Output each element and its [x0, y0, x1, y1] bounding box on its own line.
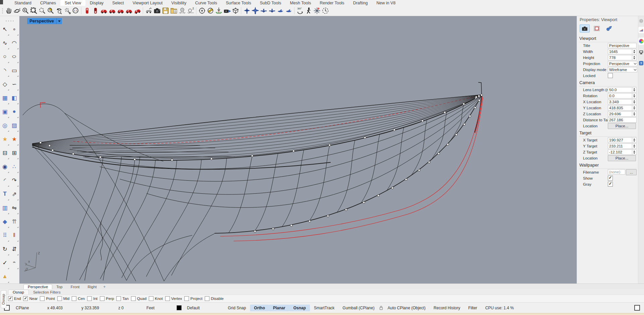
rotation-field[interactable]: 0.0 — [608, 93, 632, 99]
menu-tab-visibility[interactable]: Visibility — [167, 0, 191, 6]
projection-field[interactable]: Perspective — [608, 61, 637, 66]
set-view-bottom-icon[interactable] — [91, 6, 100, 15]
menu-tab-surface-tools[interactable]: Surface Tools — [221, 0, 256, 6]
osnap-checkbox-tan[interactable] — [116, 296, 121, 301]
solid-tools-icon[interactable]: ◆ — [1, 215, 9, 228]
osnap-option-end[interactable]: ✓End — [8, 296, 21, 301]
control-point[interactable] — [480, 94, 482, 96]
two-point-perspective-icon[interactable]: 2 — [186, 6, 195, 15]
orbit-around-target-icon[interactable] — [206, 6, 214, 15]
lens-length-mm-field[interactable]: 50.0 — [608, 87, 632, 92]
set-view-sphere-icon[interactable] — [178, 6, 186, 15]
osnap-checkbox-project[interactable] — [184, 296, 189, 301]
units-button[interactable]: Feet — [142, 305, 172, 311]
mirror-icon[interactable]: ⇋ — [10, 201, 19, 214]
toolbar-grip[interactable] — [0, 20, 19, 21]
blend-curve-icon[interactable]: ↷ — [10, 174, 19, 187]
plane-right-view-icon[interactable] — [284, 6, 293, 15]
panel-gear-icon[interactable] — [638, 19, 644, 23]
set-view-back-icon[interactable] — [108, 6, 116, 15]
control-point[interactable] — [251, 155, 253, 157]
pan-view-icon[interactable] — [4, 6, 13, 15]
point-icon[interactable]: ∘ — [10, 22, 19, 36]
viewport-tab-front[interactable]: Front — [67, 285, 84, 289]
x-location-field[interactable]: 3.349 — [608, 99, 632, 105]
control-point[interactable] — [49, 144, 51, 146]
plane-bottom-view-icon[interactable] — [251, 6, 259, 15]
control-point[interactable] — [293, 150, 295, 152]
control-point[interactable] — [254, 230, 256, 232]
osnap-checkbox-quad[interactable] — [131, 296, 136, 301]
osnap-checkbox-point[interactable] — [40, 296, 45, 301]
sweep-surface-icon[interactable]: ▨ — [10, 119, 19, 132]
menu-tab-select[interactable]: Select — [108, 0, 128, 6]
undo-view-change-icon[interactable] — [55, 6, 63, 15]
show-checkbox[interactable]: ✓ — [608, 176, 613, 181]
locked-checkbox[interactable] — [608, 73, 613, 78]
status-pane-smarttrack[interactable]: SmartTrack — [310, 305, 339, 311]
ellipse-icon[interactable]: ○ — [10, 50, 19, 63]
menu-tab-viewport-layout[interactable]: Viewport Layout — [128, 0, 167, 6]
menu-tab-mesh-tools[interactable]: Mesh Tools — [285, 0, 315, 6]
osnap-checkbox-int[interactable] — [87, 296, 92, 301]
control-point[interactable] — [99, 156, 101, 158]
viewport-layout-icon[interactable] — [170, 6, 178, 15]
layer-button[interactable]: Default — [183, 305, 204, 311]
control-point[interactable] — [393, 129, 395, 131]
control-point[interactable] — [469, 115, 471, 117]
check-select-icon[interactable]: ✓ — [1, 256, 9, 269]
y-target-field[interactable]: 233.211 — [608, 143, 632, 149]
control-point[interactable] — [438, 152, 440, 154]
auto-cplane-toggle[interactable]: Auto CPlane (Object) — [384, 305, 430, 311]
spin-view-icon[interactable] — [313, 6, 321, 15]
menu-tab-display[interactable]: Display — [85, 0, 108, 6]
menu-tab-render-tools[interactable]: Render Tools — [315, 0, 348, 6]
z-location-field[interactable]: 29.696 — [608, 111, 632, 117]
status-pane-grid-snap[interactable]: Grid Snap — [224, 305, 250, 311]
place-camera-icon[interactable] — [214, 6, 223, 15]
y-location-spinner[interactable] — [632, 105, 637, 111]
surface-3point-icon[interactable]: ▦ — [1, 91, 9, 105]
gray-checkbox[interactable]: ✓ — [608, 182, 613, 187]
osnap-checkbox-end[interactable]: ✓ — [8, 296, 13, 301]
save-named-view-icon[interactable] — [161, 6, 170, 15]
plane-front-view-icon[interactable] — [259, 6, 268, 15]
select-pointer-icon[interactable]: ↖ — [1, 22, 9, 36]
plane-back-view-icon[interactable] — [268, 6, 276, 15]
named-view-icon[interactable] — [144, 6, 153, 15]
copy-icon[interactable]: ▥ — [1, 201, 9, 214]
torus-icon[interactable]: ◎ — [1, 119, 9, 132]
toolbar-grip-handle[interactable] — [2, 8, 3, 13]
osnap-checkbox-vertex[interactable] — [165, 296, 170, 301]
menu-tab-set-view[interactable]: Set View — [60, 0, 85, 6]
control-point[interactable] — [428, 161, 430, 163]
zoom-window-icon[interactable] — [29, 6, 38, 15]
control-point[interactable] — [478, 95, 480, 97]
viewport-frame-properties-icon[interactable] — [592, 24, 602, 33]
control-point[interactable] — [447, 143, 449, 145]
set-view-top-icon[interactable] — [83, 6, 91, 15]
bottom-tab-selection-filters[interactable]: Selection Filters — [29, 290, 65, 295]
height-spinner[interactable] — [632, 55, 637, 60]
viewport-properties-tab-icon[interactable] — [580, 24, 590, 33]
location-place-button[interactable]: Place... — [608, 123, 636, 129]
control-point[interactable] — [478, 99, 480, 101]
view-rotation-clock-icon[interactable] — [321, 6, 329, 15]
osnap-option-quad[interactable]: Quad — [131, 296, 146, 301]
set-view-left-icon[interactable] — [116, 6, 125, 15]
control-point[interactable] — [463, 103, 465, 105]
osnap-option-disable[interactable]: Disable — [205, 296, 223, 301]
viewport-tab-perspective[interactable]: Perspective — [23, 284, 52, 289]
zoom-1to1-icon[interactable]: 1:1 — [71, 6, 80, 15]
control-point[interactable] — [210, 158, 212, 160]
status-pane-osnap[interactable]: Osnap — [289, 305, 310, 311]
menu-tab-subd-tools[interactable]: SubD Tools — [255, 0, 285, 6]
set-view-front-icon[interactable] — [100, 6, 108, 15]
location-place-button[interactable]: Place... — [608, 155, 636, 161]
osnap-option-project[interactable]: Project — [184, 296, 202, 301]
set-camera-target-icon[interactable] — [198, 6, 206, 15]
width-field[interactable]: 1645 — [608, 49, 632, 54]
bottom-tab-osnap[interactable]: Osnap — [8, 290, 29, 295]
projection-dropdown-icon[interactable] — [634, 61, 637, 66]
viewport-tab-right[interactable]: Right — [83, 285, 101, 289]
